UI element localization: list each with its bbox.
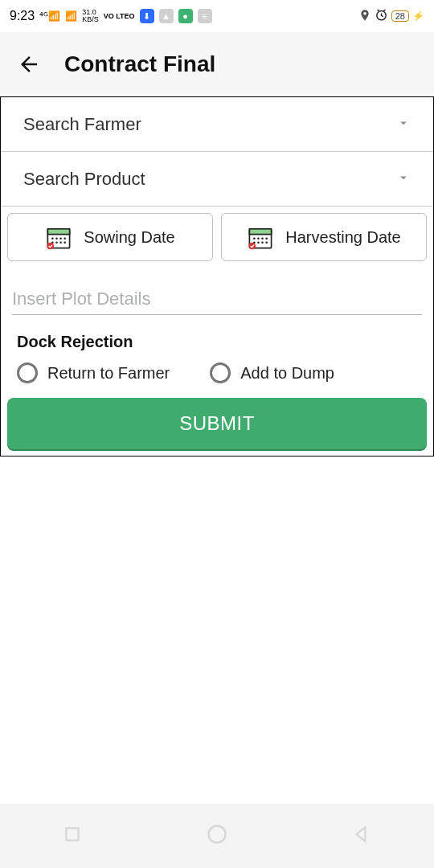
svg-rect-13 [250, 229, 272, 235]
product-dropdown[interactable]: Search Product [1, 152, 433, 207]
svg-point-10 [64, 242, 67, 244]
chevron-down-icon [396, 114, 411, 135]
svg-point-8 [55, 242, 58, 244]
net-speed: 31.0KB/S [82, 9, 99, 23]
calendar-icon [45, 223, 72, 251]
svg-point-22 [249, 243, 256, 250]
farmer-dropdown-label: Search Farmer [23, 114, 141, 135]
page-title: Contract Final [64, 51, 215, 77]
svg-point-4 [55, 237, 58, 240]
nav-back-icon[interactable] [351, 824, 372, 848]
svg-point-20 [262, 242, 264, 244]
plot-details-input[interactable] [12, 284, 422, 315]
harvesting-date-label: Harvesting Date [285, 228, 400, 247]
return-to-farmer-radio[interactable]: Return to Farmer [17, 362, 170, 383]
app-header: Contract Final [0, 32, 434, 96]
svg-point-9 [60, 242, 63, 244]
signal-4g-icon: ⁴ᴳ📶 [39, 10, 60, 22]
dock-rejection-title: Dock Rejection [17, 333, 417, 351]
svg-rect-23 [66, 828, 78, 840]
add-to-dump-label: Add to Dump [240, 364, 334, 383]
svg-point-19 [257, 242, 260, 244]
nav-home-icon[interactable] [206, 823, 228, 849]
svg-point-21 [266, 242, 268, 244]
add-to-dump-radio[interactable]: Add to Dump [210, 362, 334, 383]
svg-point-16 [262, 237, 264, 240]
alarm-icon [375, 8, 388, 24]
svg-point-17 [266, 237, 268, 240]
product-dropdown-label: Search Product [23, 169, 145, 190]
farmer-dropdown[interactable]: Search Farmer [1, 97, 433, 152]
status-time: 9:23 [10, 9, 35, 23]
sowing-date-label: Sowing Date [84, 228, 174, 247]
system-nav-bar [0, 804, 434, 868]
svg-point-5 [60, 237, 63, 240]
svg-point-6 [64, 237, 67, 240]
location-icon [358, 9, 371, 24]
harvesting-date-button[interactable]: Harvesting Date [221, 213, 427, 261]
back-button[interactable] [13, 48, 45, 80]
signal-icon: 📶 [65, 10, 77, 22]
svg-rect-2 [48, 229, 70, 235]
volte-label: VO LTEO [104, 13, 135, 20]
svg-point-3 [51, 237, 54, 240]
app-icon-4: ≡ [198, 9, 212, 23]
status-bar: 9:23 ⁴ᴳ📶 📶 31.0KB/S VO LTEO ⬇ ▲ ● ≡ 28 ⚡ [0, 0, 434, 32]
sowing-date-button[interactable]: Sowing Date [7, 213, 213, 261]
battery-indicator: 28 [391, 10, 409, 22]
svg-point-15 [257, 237, 260, 240]
arrow-left-icon [17, 52, 41, 76]
radio-unchecked-icon [210, 362, 231, 383]
nav-recent-icon[interactable] [62, 824, 83, 848]
svg-point-11 [47, 243, 55, 250]
app-icon-3: ● [178, 9, 193, 23]
chevron-down-icon [396, 169, 411, 190]
app-icon-1: ⬇ [140, 9, 154, 23]
svg-point-24 [208, 826, 225, 843]
submit-button[interactable]: SUBMIT [7, 398, 427, 449]
form-container: Search Farmer Search Product Sowing Date… [0, 96, 434, 457]
radio-unchecked-icon [17, 362, 38, 383]
calendar-icon [247, 223, 274, 251]
charging-icon: ⚡ [412, 10, 424, 22]
return-to-farmer-label: Return to Farmer [47, 364, 170, 383]
svg-point-14 [253, 237, 256, 240]
app-icon-2: ▲ [159, 9, 174, 23]
